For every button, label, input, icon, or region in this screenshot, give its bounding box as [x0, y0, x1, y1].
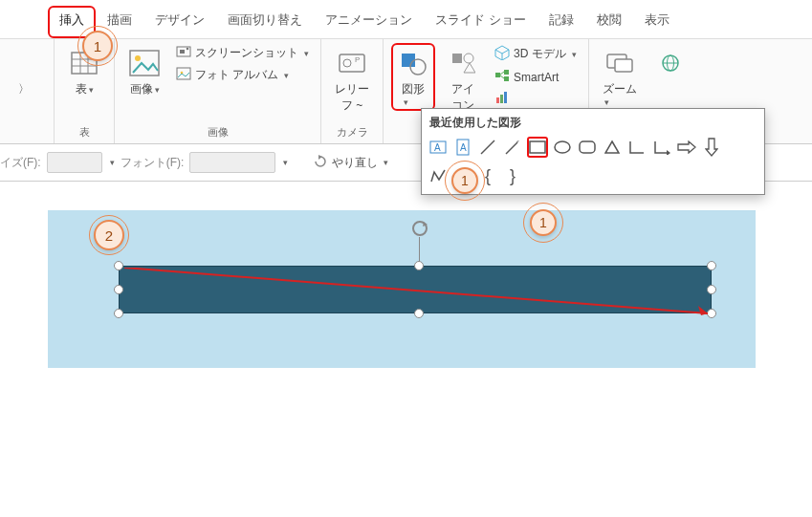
svg-point-13 [343, 59, 351, 67]
shape-block-arrow-down[interactable] [701, 137, 722, 158]
svg-point-43 [555, 141, 570, 153]
svg-line-40 [506, 142, 517, 154]
svg-rect-31 [615, 59, 632, 72]
group-label-camera: カメラ [337, 123, 368, 141]
shape-triangle[interactable] [602, 137, 623, 158]
svg-rect-24 [504, 76, 509, 81]
shape-connector-elbow-arrow[interactable] [651, 137, 672, 158]
callout-badge-2: 2 [94, 220, 124, 250]
shape-line-arrow[interactable] [502, 137, 523, 158]
svg-line-25 [500, 72, 504, 75]
svg-rect-44 [580, 141, 595, 153]
svg-rect-22 [495, 73, 500, 77]
shape-oval[interactable] [552, 137, 573, 158]
tab-slideshow[interactable]: スライド ショー [424, 6, 538, 38]
size-label: イズ(F): [0, 155, 41, 171]
size-input[interactable] [47, 152, 102, 173]
drag-annotation-line [124, 268, 727, 325]
shape-textbox-v[interactable]: A [452, 137, 473, 158]
font-input[interactable] [189, 152, 275, 173]
icons-icon [447, 47, 479, 79]
shapes-button[interactable]: 図形▾ [391, 43, 435, 111]
svg-point-18 [464, 54, 473, 63]
svg-rect-17 [452, 54, 462, 63]
slide-canvas[interactable] [48, 210, 756, 368]
screenshot-button[interactable]: スクリーンショット▾ [172, 43, 313, 63]
album-icon [176, 67, 191, 83]
callout-badge-rect: 1 [530, 209, 557, 236]
svg-text:A: A [434, 142, 441, 153]
shape-connector-elbow[interactable] [626, 137, 647, 158]
link-button-partial[interactable] [648, 43, 692, 83]
cameo-button[interactable]: P レリー フ ~ [329, 43, 375, 118]
shapes-dropdown-title: 最近使用した図形 [426, 113, 760, 133]
group-images: 画像▾ スクリーンショット▾ フォト アルバム▾ 画像 [115, 39, 321, 143]
font-label: フォント(F): [121, 155, 185, 171]
redo-button[interactable]: やり直し▾ [307, 153, 394, 173]
shape-rectangle[interactable] [527, 137, 548, 158]
zoom-icon [604, 47, 636, 79]
svg-marker-47 [678, 141, 695, 153]
link-icon [654, 47, 687, 79]
tab-review[interactable]: 校閲 [585, 6, 633, 38]
group-label-images: 画像 [208, 123, 229, 141]
group-camera: P レリー フ ~ カメラ [321, 39, 384, 143]
svg-text:P: P [355, 55, 360, 64]
zoom-button[interactable]: ズーム▾ [597, 43, 643, 111]
svg-line-52 [124, 268, 708, 313]
screenshot-icon [176, 45, 191, 61]
shape-textbox-h[interactable]: A [428, 137, 449, 158]
shape-block-arrow-right[interactable] [676, 137, 697, 158]
chart-button[interactable] [491, 89, 581, 109]
svg-point-9 [187, 48, 189, 51]
svg-line-26 [500, 75, 504, 78]
tab-design[interactable]: デザイン [143, 6, 216, 38]
svg-text:A: A [460, 142, 467, 153]
shape-right-brace[interactable]: } [502, 165, 523, 186]
svg-rect-42 [530, 141, 545, 153]
svg-rect-27 [496, 97, 499, 103]
cameo-icon: P [336, 47, 368, 79]
shape-line[interactable] [477, 137, 498, 158]
handle-w[interactable] [114, 285, 123, 294]
tab-record[interactable]: 記録 [538, 6, 585, 38]
photoalbum-button[interactable]: フォト アルバム▾ [172, 65, 313, 85]
svg-rect-29 [504, 92, 507, 103]
ribbon-tabs: 挿入 描画 デザイン 画面切り替え アニメーション スライド ショー 記録 校閲… [0, 0, 812, 39]
svg-rect-23 [504, 70, 509, 75]
icons-button[interactable]: アイ コン [441, 43, 485, 118]
callout-badge-shapes: 1 [451, 167, 478, 194]
images-button[interactable]: 画像▾ [122, 43, 166, 101]
3dmodel-button[interactable]: 3D モデル▾ [491, 43, 581, 65]
svg-marker-46 [667, 150, 670, 155]
truncated-btn[interactable]: 〉 [2, 43, 46, 101]
svg-rect-8 [180, 50, 185, 54]
rotation-handle[interactable] [409, 218, 430, 239]
shape-rounded-rect[interactable] [577, 137, 598, 158]
callout-badge-1: 1 [82, 31, 113, 61]
tab-transitions[interactable]: 画面切り替え [216, 6, 314, 38]
shapes-icon [397, 47, 429, 79]
handle-sw[interactable] [114, 309, 123, 318]
ribbon: 〉 表▾ 表 画像▾ [0, 39, 812, 144]
svg-rect-28 [500, 95, 503, 103]
shapes-recent-row: A A [426, 133, 760, 162]
svg-point-6 [135, 55, 141, 61]
group-label-tables: 表 [79, 123, 90, 141]
picture-icon [128, 47, 161, 79]
smartart-button[interactable]: SmartArt [491, 67, 581, 87]
smartart-icon [494, 69, 510, 85]
redo-icon [313, 155, 328, 171]
svg-marker-45 [605, 141, 619, 153]
tab-view[interactable]: 表示 [633, 6, 681, 38]
handle-nw[interactable] [114, 261, 123, 270]
cube-icon [494, 45, 510, 63]
chart-icon [494, 91, 510, 107]
svg-marker-48 [706, 139, 717, 156]
tab-animations[interactable]: アニメーション [314, 6, 424, 38]
svg-marker-19 [464, 63, 475, 73]
svg-line-39 [481, 140, 494, 154]
